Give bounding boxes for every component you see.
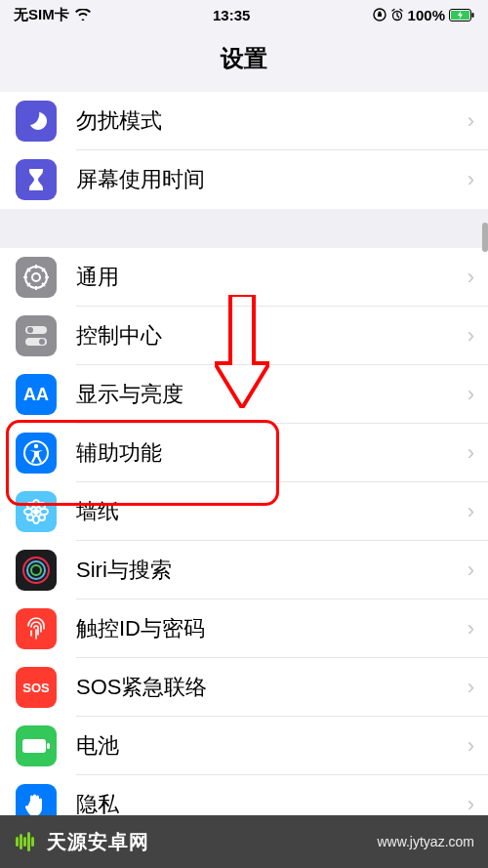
svg-point-16 <box>27 327 33 333</box>
row-sos-emergency[interactable]: SOS SOS紧急联络 › <box>0 658 488 717</box>
svg-rect-4 <box>471 13 473 18</box>
svg-rect-36 <box>20 834 22 849</box>
row-screen-time[interactable]: 屏幕使用时间 › <box>0 150 488 209</box>
row-label: 触控ID与密码 <box>76 614 468 643</box>
row-label: SOS紧急联络 <box>76 673 468 702</box>
row-accessibility[interactable]: 辅助功能 › <box>0 424 488 482</box>
row-wallpaper[interactable]: 墙纸 › <box>0 482 488 541</box>
row-general[interactable]: 通用 › <box>0 248 488 307</box>
svg-rect-34 <box>47 743 50 749</box>
svg-point-6 <box>32 273 40 281</box>
row-label: Siri与搜索 <box>76 556 468 585</box>
gear-icon <box>16 257 57 298</box>
carrier-text: 无SIM卡 <box>14 6 69 24</box>
svg-point-21 <box>33 509 39 515</box>
svg-rect-35 <box>16 837 19 847</box>
status-left: 无SIM卡 <box>14 6 91 24</box>
row-label: 电池 <box>76 731 468 761</box>
chevron-right-icon: › <box>468 733 474 759</box>
chevron-right-icon: › <box>468 323 474 349</box>
row-label: 显示与亮度 <box>76 380 468 409</box>
watermark-brand: 天源安卓网 <box>14 829 149 855</box>
text-size-icon: AA <box>16 374 57 415</box>
svg-point-29 <box>39 503 45 509</box>
watermark-url: www.jytyaz.com <box>377 834 474 849</box>
battery-percent: 100% <box>408 7 445 23</box>
row-label: 屏幕使用时间 <box>76 165 468 194</box>
status-bar: 无SIM卡 13:35 100% <box>0 0 488 29</box>
chevron-right-icon: › <box>468 558 474 583</box>
watermark-logo-icon <box>14 829 39 854</box>
hourglass-icon <box>16 159 57 200</box>
battery-full-icon <box>16 725 57 766</box>
clock: 13:35 <box>213 7 250 23</box>
status-right: 100% <box>373 7 474 23</box>
svg-point-26 <box>27 503 33 509</box>
svg-point-27 <box>39 515 45 520</box>
row-label: 勿扰模式 <box>76 106 468 136</box>
page-title: 设置 <box>0 29 488 92</box>
svg-rect-38 <box>27 832 30 851</box>
moon-icon <box>16 101 57 142</box>
row-control-center[interactable]: 控制中心 › <box>0 307 488 365</box>
chevron-right-icon: › <box>468 265 474 290</box>
alarm-icon <box>390 8 404 21</box>
row-label: 辅助功能 <box>76 438 468 468</box>
orientation-lock-icon <box>373 8 386 21</box>
watermark-bar: 天源安卓网 www.jytyaz.com <box>0 815 488 868</box>
chevron-right-icon: › <box>468 167 474 192</box>
row-label: 通用 <box>76 263 468 292</box>
chevron-right-icon: › <box>468 675 474 700</box>
battery-icon <box>449 9 474 21</box>
chevron-right-icon: › <box>468 382 474 407</box>
row-label: 墙纸 <box>76 497 468 526</box>
row-display-brightness[interactable]: AA 显示与亮度 › <box>0 365 488 424</box>
chevron-right-icon: › <box>468 792 474 817</box>
chevron-right-icon: › <box>468 499 474 524</box>
flower-icon <box>16 491 57 532</box>
svg-rect-33 <box>22 739 46 753</box>
settings-section-1: 勿扰模式 › 屏幕使用时间 › <box>0 92 488 209</box>
fingerprint-icon <box>16 608 57 649</box>
chevron-right-icon: › <box>468 108 474 134</box>
svg-point-32 <box>31 565 41 575</box>
svg-rect-37 <box>23 837 26 847</box>
svg-point-20 <box>34 444 38 448</box>
svg-rect-39 <box>31 837 34 847</box>
row-label: 控制中心 <box>76 321 468 351</box>
siri-icon <box>16 550 57 591</box>
svg-point-31 <box>27 561 45 579</box>
row-do-not-disturb[interactable]: 勿扰模式 › <box>0 92 488 150</box>
wifi-icon <box>75 9 91 21</box>
scrollbar[interactable] <box>482 223 488 252</box>
svg-point-18 <box>39 339 45 345</box>
settings-section-2: 通用 › 控制中心 › AA 显示与亮度 › 辅助功能 › 墙纸 › Siri与… <box>0 248 488 834</box>
row-battery[interactable]: 电池 › <box>0 717 488 775</box>
accessibility-icon <box>16 433 57 474</box>
row-siri-search[interactable]: Siri与搜索 › <box>0 541 488 599</box>
toggles-icon <box>16 315 57 356</box>
sos-icon: SOS <box>16 667 57 708</box>
chevron-right-icon: › <box>468 616 474 641</box>
watermark-title: 天源安卓网 <box>47 829 149 855</box>
svg-point-28 <box>27 515 33 520</box>
row-touch-id-passcode[interactable]: 触控ID与密码 › <box>0 599 488 658</box>
chevron-right-icon: › <box>468 440 474 466</box>
